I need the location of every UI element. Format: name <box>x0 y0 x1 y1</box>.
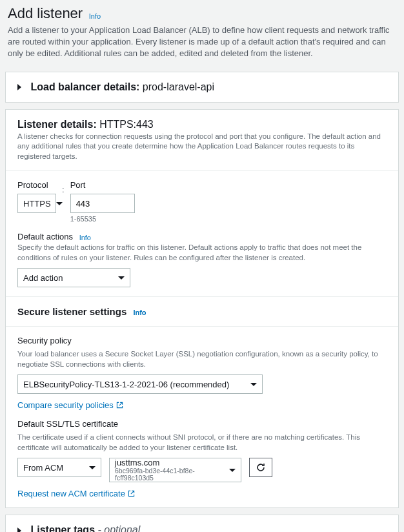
expand-caret-icon <box>17 84 21 90</box>
add-action-value: Add action <box>23 273 63 283</box>
cert-id: 6bc969fa-bd3e-44c1-bf8e-fcff98c103d5 <box>115 467 224 482</box>
separator-colon: : <box>60 180 66 194</box>
security-policy-select[interactable]: ELBSecurityPolicy-TLS13-1-2-2021-06 (rec… <box>17 374 263 394</box>
page-title: Add listener <box>8 5 83 21</box>
chevron-down-icon <box>250 383 257 386</box>
info-link[interactable]: Info <box>89 12 101 20</box>
compare-policies-link[interactable]: Compare security policies <box>17 400 123 410</box>
tags-optional: - optional <box>95 524 140 532</box>
cert-domain: justtms.com <box>115 458 224 467</box>
lb-details-label: Load balancer details: <box>30 81 139 92</box>
security-policy-label: Security policy <box>17 336 387 345</box>
protocol-label: Protocol <box>17 180 56 190</box>
refresh-button[interactable] <box>249 458 272 477</box>
port-help: 1-65535 <box>70 215 135 223</box>
chevron-down-icon <box>229 469 236 472</box>
protocol-select[interactable]: HTTPS <box>17 194 56 213</box>
load-balancer-details-header[interactable]: Load balancer details: prod-laravel-api <box>6 72 398 102</box>
security-policy-desc: Your load balancer uses a Secure Socket … <box>17 349 387 369</box>
cert-desc: The certificate used if a client connect… <box>17 433 387 453</box>
default-actions-info-link[interactable]: Info <box>79 234 91 241</box>
protocol-value: HTTPS <box>23 199 51 209</box>
cert-source-value: From ACM <box>23 463 63 473</box>
request-cert-link[interactable]: Request new ACM certificate <box>17 489 135 498</box>
refresh-icon <box>256 462 266 473</box>
listener-tags-header[interactable]: Listener tags - optional Tags can help y… <box>6 515 398 532</box>
listener-details-label: Listener details: <box>17 119 97 130</box>
expand-caret-icon <box>17 527 21 532</box>
port-input[interactable] <box>70 194 135 213</box>
load-balancer-details-panel: Load balancer details: prod-laravel-api <box>5 72 399 103</box>
listener-details-desc: A listener checks for connection request… <box>17 132 387 162</box>
page-description: Add a listener to your Application Load … <box>8 25 396 60</box>
listener-details-value: HTTPS:443 <box>99 119 154 130</box>
add-action-select[interactable]: Add action <box>17 268 130 287</box>
default-actions-desc: Specify the default actions for traffic … <box>17 243 387 263</box>
secure-settings-heading: Secure listener settings <box>17 306 126 317</box>
lb-details-value: prod-laravel-api <box>143 81 214 92</box>
chevron-down-icon <box>56 202 63 205</box>
port-label: Port <box>70 180 135 190</box>
tags-label: Listener tags <box>30 524 95 532</box>
request-cert-text: Request new ACM certificate <box>17 489 125 498</box>
external-link-icon <box>116 402 123 409</box>
cert-label: Default SSL/TLS certificate <box>17 419 387 429</box>
default-actions-label: Default actions <box>17 232 73 241</box>
external-link-icon <box>128 490 135 497</box>
listener-details-panel: Listener details: HTTPS:443 A listener c… <box>5 109 399 509</box>
compare-policies-text: Compare security policies <box>17 400 114 410</box>
security-policy-value: ELBSecurityPolicy-TLS13-1-2-2021-06 (rec… <box>23 380 229 389</box>
chevron-down-icon <box>89 466 96 469</box>
secure-settings-info-link[interactable]: Info <box>133 309 146 316</box>
cert-select[interactable]: justtms.com 6bc969fa-bd3e-44c1-bf8e-fcff… <box>109 458 241 482</box>
chevron-down-icon <box>118 276 125 280</box>
listener-tags-panel: Listener tags - optional Tags can help y… <box>5 515 399 532</box>
cert-source-select[interactable]: From ACM <box>17 458 101 477</box>
